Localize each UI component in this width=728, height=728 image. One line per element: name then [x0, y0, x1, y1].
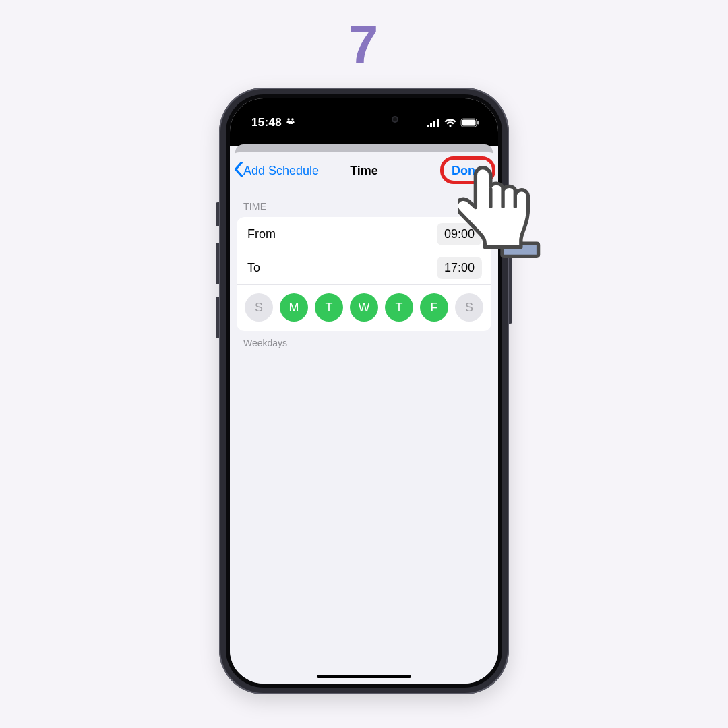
- chevron-left-icon: [234, 162, 242, 180]
- svg-rect-6: [433, 121, 435, 127]
- time-card: From 09:00 To 17:00 S M T W T F S: [237, 217, 491, 331]
- to-row: To 17:00: [237, 251, 491, 284]
- status-time: 15:48: [251, 116, 282, 129]
- status-icons: [427, 118, 479, 127]
- pointer-hand-icon: [458, 162, 546, 266]
- home-indicator[interactable]: [317, 675, 411, 678]
- phone-side-button: [509, 256, 512, 324]
- nav-title: Time: [350, 164, 378, 178]
- day-toggle-sat[interactable]: S: [455, 293, 483, 322]
- status-paw-icon: [286, 116, 295, 129]
- day-toggle-mon[interactable]: M: [280, 293, 308, 322]
- phone-volume-up: [216, 243, 219, 284]
- status-time-group: 15:48: [251, 116, 295, 129]
- battery-icon: [460, 118, 479, 127]
- day-toggle-fri[interactable]: F: [420, 293, 448, 322]
- from-row: From 09:00: [237, 217, 491, 251]
- back-button-label: Add Schedule: [243, 164, 319, 178]
- wifi-icon: [444, 119, 456, 127]
- svg-rect-5: [430, 123, 432, 127]
- day-toggle-wed[interactable]: W: [350, 293, 378, 322]
- back-button[interactable]: Add Schedule: [234, 162, 319, 180]
- tutorial-step-number: 7: [0, 13, 728, 75]
- front-camera-icon: [392, 116, 398, 123]
- svg-point-1: [291, 118, 294, 121]
- to-label: To: [247, 261, 260, 275]
- svg-rect-10: [477, 121, 479, 125]
- svg-rect-4: [427, 125, 429, 127]
- days-row: S M T W T F S: [237, 284, 491, 331]
- svg-rect-9: [462, 120, 476, 126]
- day-toggle-tue[interactable]: T: [315, 293, 343, 322]
- phone-silent-switch: [216, 202, 219, 226]
- days-footer: Weekdays: [230, 331, 498, 355]
- svg-point-0: [287, 118, 290, 121]
- cellular-signal-icon: [427, 119, 440, 127]
- day-toggle-thu[interactable]: T: [385, 293, 413, 322]
- from-label: From: [247, 227, 276, 241]
- phone-volume-down: [216, 297, 219, 338]
- day-toggle-sun[interactable]: S: [245, 293, 273, 322]
- dynamic-island: [324, 108, 404, 131]
- svg-rect-7: [437, 119, 439, 127]
